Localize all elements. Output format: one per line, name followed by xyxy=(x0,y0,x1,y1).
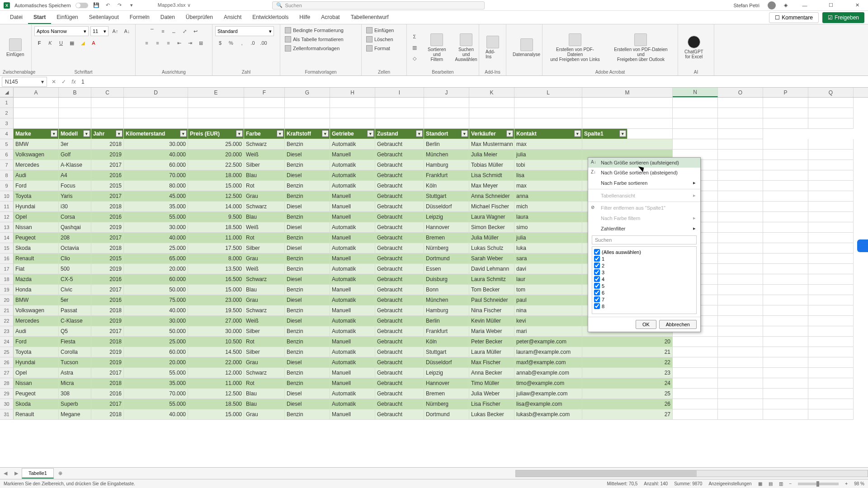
table-cell[interactable] xyxy=(582,139,673,150)
cell[interactable] xyxy=(763,253,808,264)
column-header[interactable]: O xyxy=(718,88,763,97)
filter-button[interactable]: ▾ xyxy=(277,130,283,137)
cell[interactable] xyxy=(808,233,854,243)
save-icon[interactable]: 💾 xyxy=(93,2,100,9)
table-cell[interactable]: Silber xyxy=(244,243,285,253)
filter-button[interactable]: ▾ xyxy=(461,130,468,137)
currency-icon[interactable]: $ xyxy=(215,38,225,48)
table-cell[interactable]: Gebraucht xyxy=(375,399,424,409)
row-header[interactable]: 17 xyxy=(0,264,14,274)
table-cell[interactable]: Anna Becker xyxy=(469,368,514,378)
cell[interactable] xyxy=(718,129,763,139)
table-cell[interactable]: Automatik xyxy=(330,316,375,326)
table-cell[interactable]: 27 xyxy=(582,409,673,420)
column-header[interactable]: N xyxy=(673,88,718,97)
table-cell[interactable]: 14.000 xyxy=(188,202,244,212)
table-cell[interactable]: Automatik xyxy=(330,274,375,285)
cell[interactable] xyxy=(718,316,763,326)
table-cell[interactable]: 208 xyxy=(59,233,91,243)
cell[interactable] xyxy=(124,98,188,108)
table-cell[interactable]: Dortmund xyxy=(424,253,469,264)
format-cells-button[interactable]: Format xyxy=(364,44,392,52)
table-cell[interactable]: Manuell xyxy=(330,150,375,160)
table-cell[interactable]: Hamburg xyxy=(424,160,469,170)
cell[interactable] xyxy=(763,118,808,129)
table-cell[interactable]: kevi xyxy=(514,316,582,326)
table-cell[interactable]: Michael Fischer xyxy=(469,202,514,212)
cell[interactable] xyxy=(91,98,124,108)
table-cell[interactable]: Grau xyxy=(244,295,285,305)
table-cell[interactable]: BMW xyxy=(14,295,59,305)
table-cell[interactable]: Schwarz xyxy=(244,305,285,316)
number-filter-item[interactable]: Zahlenfilter▸ xyxy=(588,223,700,234)
table-cell[interactable]: Mercedes xyxy=(14,316,59,326)
table-cell[interactable]: Gebraucht xyxy=(375,316,424,326)
row-header[interactable]: 9 xyxy=(0,181,14,191)
cell[interactable] xyxy=(375,98,424,108)
table-cell[interactable]: 40.000 xyxy=(124,409,188,420)
increase-font-icon[interactable]: A↑ xyxy=(110,26,120,36)
ribbon-tab-formeln[interactable]: Formeln xyxy=(124,11,155,24)
cell[interactable] xyxy=(718,222,763,233)
table-header[interactable]: Kontakt▾ xyxy=(514,129,582,139)
table-cell[interactable]: C-Klasse xyxy=(59,316,91,326)
table-cell[interactable]: Max Meyer xyxy=(469,181,514,191)
table-cell[interactable]: lisa@example.com xyxy=(514,399,582,409)
select-all-corner[interactable]: ◢ xyxy=(0,88,14,97)
table-cell[interactable]: Qashqai xyxy=(59,222,91,233)
table-cell[interactable]: i30 xyxy=(59,202,91,212)
delete-cells-button[interactable]: Löschen xyxy=(364,35,395,43)
row-header[interactable]: 10 xyxy=(0,191,14,202)
cell[interactable] xyxy=(808,389,854,399)
row-header[interactable]: 24 xyxy=(0,337,14,347)
cell[interactable] xyxy=(763,316,808,326)
horizontal-scrollbar[interactable] xyxy=(515,470,868,477)
table-cell[interactable]: Micra xyxy=(59,378,91,389)
table-header[interactable]: Marke▾ xyxy=(14,129,59,139)
cell[interactable] xyxy=(582,98,673,108)
cell[interactable] xyxy=(718,274,763,285)
cell[interactable] xyxy=(808,285,854,295)
table-cell[interactable]: Opel xyxy=(14,212,59,222)
table-cell[interactable]: Fiesta xyxy=(59,337,91,347)
cell[interactable] xyxy=(763,170,808,181)
table-header[interactable]: Spalte1▾ xyxy=(582,129,627,139)
underline-button[interactable]: U xyxy=(56,38,66,48)
table-cell[interactable]: 17.500 xyxy=(188,243,244,253)
table-cell[interactable]: 2019 xyxy=(91,347,124,357)
filter-button[interactable]: ▾ xyxy=(574,130,581,137)
table-cell[interactable]: Diesel xyxy=(285,399,330,409)
cell[interactable] xyxy=(673,98,718,108)
cell[interactable] xyxy=(763,222,808,233)
filter-button[interactable]: ▾ xyxy=(116,130,123,137)
table-cell[interactable]: Peter Becker xyxy=(469,337,514,347)
table-header[interactable]: Modell▾ xyxy=(59,129,91,139)
column-header[interactable]: A xyxy=(14,88,59,97)
cell[interactable] xyxy=(808,305,854,316)
table-cell[interactable]: Nürnberg xyxy=(424,243,469,253)
find-select-button[interactable]: Suchen und Auswählen xyxy=(452,32,481,64)
row-header[interactable]: 21 xyxy=(0,305,14,316)
fill-icon[interactable]: ▥ xyxy=(410,42,420,52)
table-cell[interactable]: A-Klasse xyxy=(59,160,91,170)
table-cell[interactable]: 2019 xyxy=(91,222,124,233)
table-cell[interactable]: Gebraucht xyxy=(375,378,424,389)
table-cell[interactable]: Honda xyxy=(14,285,59,295)
table-cell[interactable]: 40.000 xyxy=(124,305,188,316)
row-header[interactable]: 23 xyxy=(0,326,14,337)
table-cell[interactable]: Silber xyxy=(244,326,285,337)
cell[interactable] xyxy=(718,98,763,108)
table-cell[interactable]: nina xyxy=(514,305,582,316)
table-cell[interactable]: luka xyxy=(514,243,582,253)
align-center-icon[interactable]: ≡ xyxy=(153,38,163,48)
table-cell[interactable]: Diesel xyxy=(285,389,330,399)
sort-by-color-item[interactable]: Nach Farbe sortieren▸ xyxy=(588,178,700,188)
cell[interactable] xyxy=(808,222,854,233)
table-cell[interactable]: max xyxy=(514,139,582,150)
table-cell[interactable]: Gebraucht xyxy=(375,243,424,253)
cell[interactable] xyxy=(469,98,514,108)
ribbon-tab-acrobat[interactable]: Acrobat xyxy=(316,11,345,24)
table-cell[interactable]: Mercedes xyxy=(14,160,59,170)
filter-value-list[interactable]: (Alles auswählen) 12345678 xyxy=(592,246,697,314)
table-cell[interactable]: 15.000 xyxy=(188,409,244,420)
